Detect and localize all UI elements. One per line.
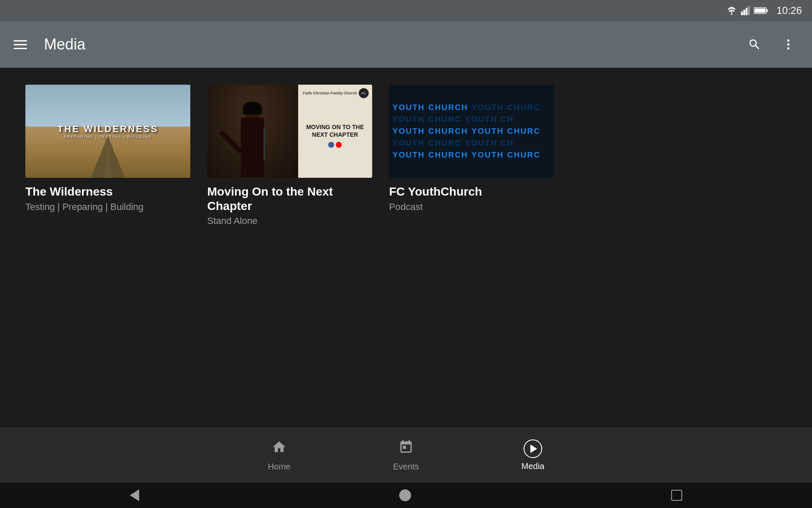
search-button[interactable] [744,34,765,55]
card-subtitle-wilderness: Testing | Preparing | Building [25,202,190,213]
card-subtitle-youth-church: Podcast [389,202,554,213]
nav-item-home[interactable]: Home [216,439,343,472]
svg-rect-7 [754,8,765,13]
app-bar-title: Media [44,36,727,53]
status-time: 10:26 [776,5,802,17]
media-card-wilderness[interactable]: THE WILDERNESS PREPARING | TESTING | BUI… [25,85,190,226]
back-button[interactable] [130,489,139,501]
media-card-youth-church[interactable]: YOUTH CHURCH YOUTH CHURC YOUTH CHURC YOU… [389,85,554,226]
recent-button[interactable] [671,490,682,501]
search-icon [748,38,761,51]
thumbnail-youth-church: YOUTH CHURCH YOUTH CHURC YOUTH CHURC YOU… [389,85,554,178]
home-system-icon [399,489,411,501]
card-title-wilderness: The Wilderness [25,185,190,199]
status-icons: 10:26 [726,5,802,17]
system-nav [0,483,812,508]
svg-point-10 [787,47,789,50]
home-icon [272,439,287,458]
menu-button[interactable] [14,40,27,49]
media-icon [524,439,542,458]
wifi-icon [726,6,738,15]
main-content: THE WILDERNESS PREPARING | TESTING | BUI… [0,68,812,428]
media-card-moving-on[interactable]: Faith Christian Family Church FC MOVING … [207,85,372,226]
home-button[interactable] [399,489,411,501]
svg-point-9 [787,43,789,45]
app-bar-actions [744,34,798,55]
nav-label-home: Home [268,462,290,472]
svg-rect-1 [741,11,743,15]
svg-rect-2 [743,10,745,15]
nav-label-media: Media [521,461,544,471]
nav-item-media[interactable]: Media [469,439,596,471]
status-bar: 10:26 [0,0,812,21]
more-vert-icon [782,38,795,51]
svg-point-0 [731,13,732,14]
thumbnail-moving-on: Faith Christian Family Church FC MOVING … [207,85,372,178]
svg-point-8 [787,39,789,41]
recent-icon [671,490,682,501]
svg-rect-6 [766,9,768,12]
signal-icon [741,6,750,15]
more-options-button[interactable] [778,34,798,55]
thumbnail-wilderness: THE WILDERNESS PREPARING | TESTING | BUI… [25,85,190,178]
svg-rect-4 [748,6,749,15]
nav-item-events[interactable]: Events [343,439,469,472]
back-icon [130,489,139,501]
app-bar: Media [0,21,812,68]
events-icon [398,439,414,458]
nav-label-events: Events [393,462,419,472]
card-title-youth-church: FC YouthChurch [389,185,554,199]
bottom-nav: Home Events Media [0,428,812,483]
battery-icon [754,6,769,15]
media-grid: THE WILDERNESS PREPARING | TESTING | BUI… [25,85,787,226]
card-subtitle-moving-on: Stand Alone [207,215,372,226]
svg-rect-3 [746,8,747,15]
card-title-moving-on: Moving On to the Next Chapter [207,185,372,213]
